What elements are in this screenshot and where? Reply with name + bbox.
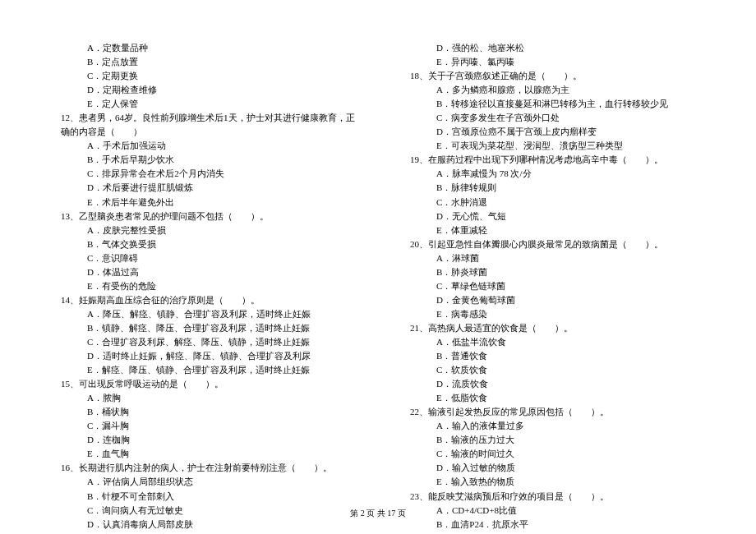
option: E．血气胸 [49,447,357,461]
option: E．解痉、降压、镇静、合理扩容及利尿，适时终止妊娠 [49,363,357,377]
option: C．排尿异常会在术后2个月内消失 [49,167,357,181]
option: B．针梗不可全部刺入 [49,490,357,504]
option: A．低盐半流饮食 [399,335,707,349]
option: B．镇静、解痉、降压、合理扩容及利尿，适时终止妊娠 [49,321,357,335]
option: B．桶状胸 [49,405,357,419]
option: D．无心慌、气短 [399,209,707,223]
option: E．有受伤的危险 [49,279,357,293]
option: C．输液的时间过久 [399,447,707,461]
option: C．意识障碍 [49,251,357,265]
option: E．病毒感染 [399,307,707,321]
question-18-stem: 18、关于子宫颈癌叙述正确的是（ ）。 [399,69,707,83]
question-12-stem: 12、患者男，64岁。良性前列腺增生术后1天，护士对其进行健康教育，正确的内容是… [49,111,357,139]
option: B．输液的压力过大 [399,433,707,447]
option: C．合理扩容及利尿、解痉、降压、镇静，适时终止妊娠 [49,335,357,349]
option: C．血清HIV抗体检测 [399,532,707,534]
option: D．流质饮食 [399,377,707,391]
left-column: A．定数量品种 B．定点放置 C．定期更换 D．定期检查维修 E．定人保管 12… [49,41,357,534]
option: C．水肿消退 [399,196,707,209]
option: B．普通饮食 [399,349,707,363]
option: D．强的松、地塞米松 [399,41,707,55]
option: B．定点放置 [49,55,357,69]
option: A．皮肤完整性受损 [49,223,357,237]
option: B．手术后早期少饮水 [49,153,357,167]
right-column: D．强的松、地塞米松 E．异丙嗪、氯丙嗪 18、关于子宫颈癌叙述正确的是（ ）。… [399,41,707,534]
option: A．输入的液体量过多 [399,419,707,433]
option: B．转移途径以直接蔓延和淋巴转移为主，血行转移较少见 [399,97,707,111]
option: D．体温过高 [49,265,357,279]
option: B．血清P24．抗原水平 [399,518,707,532]
option: C．病变多发生在子宫颈外口处 [399,111,707,125]
option: D．宫颈原位癌不属于宫颈上皮内瘤样变 [399,125,707,139]
option: C．漏斗胸 [49,419,357,433]
question-23-stem: 23、能反映艾滋病预后和疗效的项目是（ ）。 [399,490,707,504]
question-20-stem: 20、引起亚急性自体瓣膜心内膜炎最常见的致病菌是（ ）。 [399,237,707,251]
option: A．定数量品种 [49,41,357,55]
option: E．异丙嗪、氯丙嗪 [399,55,707,69]
option: E．低脂饮食 [399,391,707,405]
option: C．草绿色链球菌 [399,279,707,293]
option: D．连枷胸 [49,433,357,447]
option: C．软质饮食 [399,363,707,377]
option: E．体重减轻 [399,223,707,237]
option: D．定期检查维修 [49,83,357,97]
option: B．气体交换受损 [49,237,357,251]
question-14-stem: 14、妊娠期高血压综合征的治疗原则是（ ）。 [49,293,357,307]
option: E．定人保管 [49,97,357,111]
option: D．术后要进行提肛肌锻炼 [49,181,357,195]
option: A．淋球菌 [399,251,707,265]
option: D．适时终止妊娠，解痉、降压、镇静、合理扩容及利尿 [49,349,357,363]
option: A．评估病人局部组织状态 [49,475,357,489]
question-15-stem: 15、可出现反常呼吸运动的是（ ）。 [49,377,357,391]
option: A．降压、解痉、镇静、合理扩容及利尿，适时终止妊娠 [49,307,357,321]
option: E．可表现为菜花型、浸润型、溃疡型三种类型 [399,139,707,153]
option: C．定期更换 [49,69,357,83]
option: E．术后半年避免外出 [49,196,357,209]
option: E．病人体位的舒适 [49,532,357,534]
option: E．输入致热的物质 [399,475,707,489]
option: D．认真消毒病人局部皮肤 [49,518,357,532]
question-21-stem: 21、高热病人最适宜的饮食是（ ）。 [399,321,707,335]
option: D．输入过敏的物质 [399,461,707,475]
question-22-stem: 22、输液引起发热反应的常见原因包括（ ）。 [399,405,707,419]
page-footer: 第 2 页 共 17 页 [0,508,756,519]
option: A．多为鳞癌和腺癌，以腺癌为主 [399,83,707,97]
option: B．脉律转规则 [399,181,707,195]
option: A．脓胸 [49,391,357,405]
option: A．手术后加强运动 [49,139,357,153]
option: A．脉率减慢为 78 次/分 [399,167,707,181]
question-16-stem: 16、长期进行肌内注射的病人，护士在注射前要特别注意（ ）。 [49,461,357,475]
question-13-stem: 13、乙型脑炎患者常见的护理问题不包括（ ）。 [49,209,357,223]
option: D．金黄色葡萄球菌 [399,293,707,307]
question-19-stem: 19、在服药过程中出现下列哪种情况考虑地高辛中毒（ ）。 [399,153,707,167]
option: B．肺炎球菌 [399,265,707,279]
page-columns: A．定数量品种 B．定点放置 C．定期更换 D．定期检查维修 E．定人保管 12… [49,41,707,534]
